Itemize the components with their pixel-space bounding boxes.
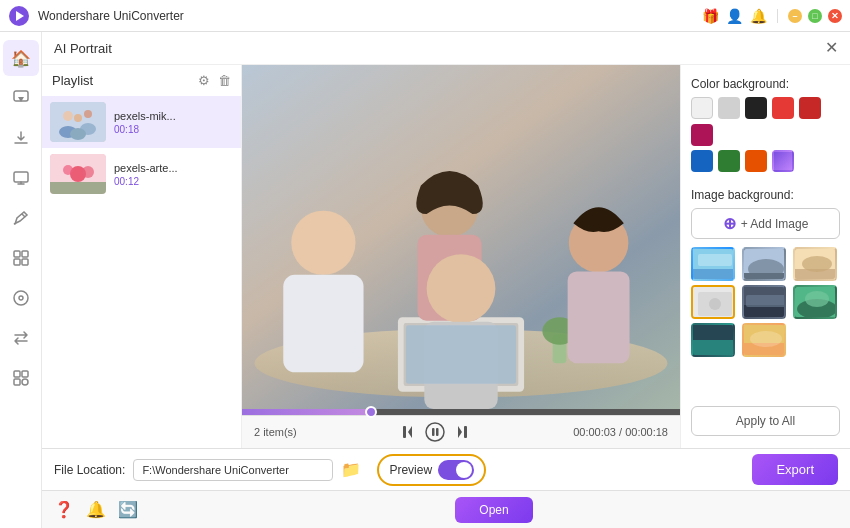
sidebar-item-toolbox[interactable] bbox=[3, 360, 39, 396]
sidebar-item-download[interactable] bbox=[3, 120, 39, 156]
swatch-red[interactable] bbox=[772, 97, 794, 119]
play-pause-button[interactable] bbox=[425, 422, 445, 442]
preview-toggle[interactable] bbox=[438, 460, 474, 480]
export-button[interactable]: Export bbox=[752, 454, 838, 485]
svg-point-33 bbox=[291, 211, 355, 275]
sidebar-item-screen[interactable] bbox=[3, 160, 39, 196]
swatch-blue[interactable] bbox=[691, 150, 713, 172]
ai-portrait-panel: AI Portrait ✕ Playlist ⚙ 🗑 bbox=[42, 32, 850, 490]
sidebar-item-edit[interactable] bbox=[3, 200, 39, 236]
add-image-label: + Add Image bbox=[741, 217, 809, 231]
svg-rect-34 bbox=[283, 275, 363, 372]
sidebar-item-dvd[interactable] bbox=[3, 280, 39, 316]
sidebar-item-merge[interactable] bbox=[3, 240, 39, 276]
sidebar-item-home[interactable]: 🏠 bbox=[3, 40, 39, 76]
svg-rect-12 bbox=[22, 371, 28, 377]
panel-close-button[interactable]: ✕ bbox=[825, 40, 838, 56]
swatch-black[interactable] bbox=[745, 97, 767, 119]
svg-point-60 bbox=[709, 298, 721, 310]
svg-rect-4 bbox=[14, 172, 28, 182]
swatch-dark-red[interactable] bbox=[799, 97, 821, 119]
playlist-item-duration-1: 00:18 bbox=[114, 124, 233, 135]
swatch-green[interactable] bbox=[718, 150, 740, 172]
swatch-pink[interactable] bbox=[691, 124, 713, 146]
svg-point-25 bbox=[82, 166, 94, 178]
timeline-progress bbox=[242, 409, 373, 415]
playlist-item-duration-2: 00:12 bbox=[114, 176, 233, 187]
playlist-settings-icon[interactable]: ⚙ bbox=[198, 73, 210, 88]
playlist-item[interactable]: pexels-arte... 00:12 bbox=[42, 148, 241, 200]
bell-icon[interactable]: 🔔 bbox=[749, 7, 767, 25]
svg-rect-13 bbox=[14, 379, 20, 385]
folder-icon[interactable]: 📁 bbox=[341, 460, 361, 479]
sidebar: 🏠 bbox=[0, 32, 42, 528]
refresh-icon[interactable]: 🔄 bbox=[118, 500, 138, 519]
svg-rect-45 bbox=[432, 428, 435, 436]
svg-rect-41 bbox=[406, 325, 516, 383]
image-bg-label: Image background: bbox=[691, 188, 840, 202]
playlist-title: Playlist bbox=[52, 73, 93, 88]
swatch-light-gray[interactable] bbox=[718, 97, 740, 119]
right-panel: Color background: bbox=[680, 65, 850, 448]
panel-title: AI Portrait bbox=[54, 41, 112, 56]
open-button[interactable]: Open bbox=[455, 497, 532, 523]
svg-rect-68 bbox=[693, 340, 735, 357]
color-swatches-row2 bbox=[691, 150, 840, 172]
gift-icon[interactable]: 🎁 bbox=[701, 7, 719, 25]
preview-container: Preview bbox=[377, 454, 486, 486]
image-thumb-4[interactable] bbox=[691, 285, 735, 319]
file-location-label: File Location: bbox=[54, 463, 125, 477]
svg-rect-6 bbox=[22, 251, 28, 257]
timeline-handle[interactable] bbox=[365, 406, 377, 418]
time-current: 00:00:03 bbox=[573, 426, 616, 438]
svg-point-14 bbox=[22, 379, 28, 385]
video-timeline[interactable] bbox=[242, 409, 680, 415]
svg-point-72 bbox=[750, 331, 782, 347]
video-controls: 2 item(s) 00:00:03 / bbox=[242, 415, 680, 448]
playlist-panel: Playlist ⚙ 🗑 bbox=[42, 65, 242, 448]
svg-rect-5 bbox=[14, 251, 20, 257]
prev-button[interactable] bbox=[399, 423, 417, 441]
svg-marker-42 bbox=[408, 426, 412, 438]
time-display: 00:00:03 / 00:00:18 bbox=[573, 426, 668, 438]
file-path-input[interactable] bbox=[133, 459, 333, 481]
image-bg-section: Image background: ⊕ + Add Image bbox=[691, 188, 840, 357]
playlist-header: Playlist ⚙ 🗑 bbox=[42, 65, 241, 96]
image-thumb-5[interactable] bbox=[742, 285, 786, 319]
svg-rect-51 bbox=[698, 254, 732, 266]
sidebar-item-convert[interactable] bbox=[3, 80, 39, 116]
playlist-delete-icon[interactable]: 🗑 bbox=[218, 73, 231, 88]
image-thumb-1[interactable] bbox=[691, 247, 735, 281]
notification-icon[interactable]: 🔔 bbox=[86, 500, 106, 519]
svg-point-21 bbox=[70, 128, 86, 140]
next-button[interactable] bbox=[453, 423, 471, 441]
svg-rect-63 bbox=[746, 295, 786, 307]
image-thumb-6[interactable] bbox=[793, 285, 837, 319]
toggle-knob bbox=[456, 462, 472, 478]
image-thumb-3[interactable] bbox=[793, 247, 837, 281]
help-icon[interactable]: ❓ bbox=[54, 500, 74, 519]
svg-point-16 bbox=[63, 111, 73, 121]
swatch-orange[interactable] bbox=[745, 150, 767, 172]
svg-rect-50 bbox=[693, 269, 735, 281]
swatch-purple[interactable] bbox=[772, 150, 794, 172]
image-thumb-8[interactable] bbox=[742, 323, 786, 357]
minimize-button[interactable]: – bbox=[788, 9, 802, 23]
maximize-button[interactable]: □ bbox=[808, 9, 822, 23]
app-title: Wondershare UniConverter bbox=[38, 9, 701, 23]
playlist-item-info-1: pexels-mik... 00:18 bbox=[114, 110, 233, 135]
playlist-item[interactable]: pexels-mik... 00:18 bbox=[42, 96, 241, 148]
user-icon[interactable]: 👤 bbox=[725, 7, 743, 25]
sidebar-item-transfer[interactable] bbox=[3, 320, 39, 356]
svg-rect-62 bbox=[744, 305, 786, 319]
swatch-white[interactable] bbox=[691, 97, 713, 119]
main-content: AI Portrait ✕ Playlist ⚙ 🗑 bbox=[42, 32, 850, 528]
close-button[interactable]: ✕ bbox=[828, 9, 842, 23]
add-image-button[interactable]: ⊕ + Add Image bbox=[691, 208, 840, 239]
image-thumb-2[interactable] bbox=[742, 247, 786, 281]
app-body: 🏠 AI Portrait bbox=[0, 32, 850, 528]
video-frame bbox=[242, 65, 680, 409]
apply-all-button[interactable]: Apply to All bbox=[691, 406, 840, 436]
video-area: 2 item(s) 00:00:03 / bbox=[242, 65, 680, 448]
image-thumb-7[interactable] bbox=[691, 323, 735, 357]
